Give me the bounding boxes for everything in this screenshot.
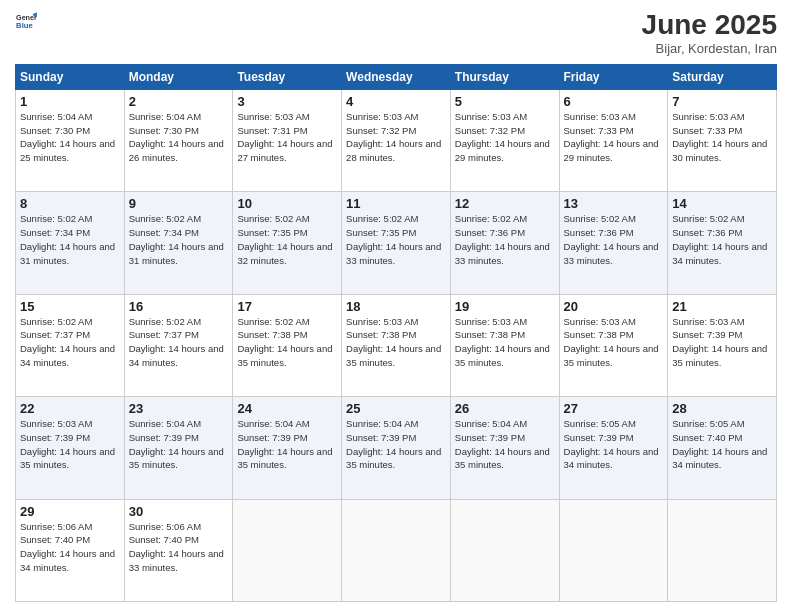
day-detail: Sunrise: 5:03 AM Sunset: 7:38 PM Dayligh… xyxy=(564,315,664,370)
calendar-cell: 7 Sunrise: 5:03 AM Sunset: 7:33 PM Dayli… xyxy=(668,89,777,191)
calendar-cell: 19 Sunrise: 5:03 AM Sunset: 7:38 PM Dayl… xyxy=(450,294,559,396)
calendar-cell: 24 Sunrise: 5:04 AM Sunset: 7:39 PM Dayl… xyxy=(233,397,342,499)
page: General Blue June 2025 Bijar, Kordestan,… xyxy=(0,0,792,612)
day-number: 24 xyxy=(237,401,337,416)
day-detail: Sunrise: 5:03 AM Sunset: 7:31 PM Dayligh… xyxy=(237,110,337,165)
day-number: 1 xyxy=(20,94,120,109)
calendar-row: 1 Sunrise: 5:04 AM Sunset: 7:30 PM Dayli… xyxy=(16,89,777,191)
day-number: 7 xyxy=(672,94,772,109)
calendar-cell: 13 Sunrise: 5:02 AM Sunset: 7:36 PM Dayl… xyxy=(559,192,668,294)
day-number: 9 xyxy=(129,196,229,211)
calendar-cell: 14 Sunrise: 5:02 AM Sunset: 7:36 PM Dayl… xyxy=(668,192,777,294)
subtitle: Bijar, Kordestan, Iran xyxy=(642,41,777,56)
day-detail: Sunrise: 5:03 AM Sunset: 7:33 PM Dayligh… xyxy=(564,110,664,165)
col-sunday: Sunday xyxy=(16,64,125,89)
calendar-cell: 30 Sunrise: 5:06 AM Sunset: 7:40 PM Dayl… xyxy=(124,499,233,601)
day-detail: Sunrise: 5:02 AM Sunset: 7:37 PM Dayligh… xyxy=(20,315,120,370)
main-title: June 2025 xyxy=(642,10,777,41)
calendar-row: 22 Sunrise: 5:03 AM Sunset: 7:39 PM Dayl… xyxy=(16,397,777,499)
day-detail: Sunrise: 5:03 AM Sunset: 7:39 PM Dayligh… xyxy=(20,417,120,472)
calendar-cell xyxy=(233,499,342,601)
day-detail: Sunrise: 5:03 AM Sunset: 7:32 PM Dayligh… xyxy=(455,110,555,165)
calendar-table: Sunday Monday Tuesday Wednesday Thursday… xyxy=(15,64,777,602)
calendar-cell: 17 Sunrise: 5:02 AM Sunset: 7:38 PM Dayl… xyxy=(233,294,342,396)
calendar-cell xyxy=(559,499,668,601)
day-number: 13 xyxy=(564,196,664,211)
col-thursday: Thursday xyxy=(450,64,559,89)
logo-icon: General Blue xyxy=(15,10,37,32)
day-detail: Sunrise: 5:04 AM Sunset: 7:30 PM Dayligh… xyxy=(129,110,229,165)
calendar-cell: 16 Sunrise: 5:02 AM Sunset: 7:37 PM Dayl… xyxy=(124,294,233,396)
calendar-cell: 21 Sunrise: 5:03 AM Sunset: 7:39 PM Dayl… xyxy=(668,294,777,396)
calendar-cell: 27 Sunrise: 5:05 AM Sunset: 7:39 PM Dayl… xyxy=(559,397,668,499)
calendar-cell: 20 Sunrise: 5:03 AM Sunset: 7:38 PM Dayl… xyxy=(559,294,668,396)
calendar-cell: 12 Sunrise: 5:02 AM Sunset: 7:36 PM Dayl… xyxy=(450,192,559,294)
calendar-cell: 29 Sunrise: 5:06 AM Sunset: 7:40 PM Dayl… xyxy=(16,499,125,601)
day-number: 22 xyxy=(20,401,120,416)
day-detail: Sunrise: 5:05 AM Sunset: 7:40 PM Dayligh… xyxy=(672,417,772,472)
day-number: 2 xyxy=(129,94,229,109)
calendar-cell: 18 Sunrise: 5:03 AM Sunset: 7:38 PM Dayl… xyxy=(342,294,451,396)
calendar-cell: 8 Sunrise: 5:02 AM Sunset: 7:34 PM Dayli… xyxy=(16,192,125,294)
day-number: 4 xyxy=(346,94,446,109)
day-number: 3 xyxy=(237,94,337,109)
calendar-cell: 25 Sunrise: 5:04 AM Sunset: 7:39 PM Dayl… xyxy=(342,397,451,499)
day-number: 6 xyxy=(564,94,664,109)
day-number: 14 xyxy=(672,196,772,211)
day-number: 18 xyxy=(346,299,446,314)
day-number: 26 xyxy=(455,401,555,416)
day-detail: Sunrise: 5:03 AM Sunset: 7:32 PM Dayligh… xyxy=(346,110,446,165)
header: General Blue June 2025 Bijar, Kordestan,… xyxy=(15,10,777,56)
day-number: 21 xyxy=(672,299,772,314)
col-tuesday: Tuesday xyxy=(233,64,342,89)
calendar-cell: 15 Sunrise: 5:02 AM Sunset: 7:37 PM Dayl… xyxy=(16,294,125,396)
day-number: 20 xyxy=(564,299,664,314)
day-number: 15 xyxy=(20,299,120,314)
day-number: 23 xyxy=(129,401,229,416)
day-number: 16 xyxy=(129,299,229,314)
day-detail: Sunrise: 5:03 AM Sunset: 7:33 PM Dayligh… xyxy=(672,110,772,165)
calendar-cell: 28 Sunrise: 5:05 AM Sunset: 7:40 PM Dayl… xyxy=(668,397,777,499)
day-detail: Sunrise: 5:04 AM Sunset: 7:39 PM Dayligh… xyxy=(237,417,337,472)
calendar-cell: 4 Sunrise: 5:03 AM Sunset: 7:32 PM Dayli… xyxy=(342,89,451,191)
day-detail: Sunrise: 5:04 AM Sunset: 7:30 PM Dayligh… xyxy=(20,110,120,165)
day-number: 25 xyxy=(346,401,446,416)
calendar-row: 29 Sunrise: 5:06 AM Sunset: 7:40 PM Dayl… xyxy=(16,499,777,601)
day-detail: Sunrise: 5:06 AM Sunset: 7:40 PM Dayligh… xyxy=(20,520,120,575)
day-detail: Sunrise: 5:02 AM Sunset: 7:35 PM Dayligh… xyxy=(237,212,337,267)
day-detail: Sunrise: 5:02 AM Sunset: 7:37 PM Dayligh… xyxy=(129,315,229,370)
col-saturday: Saturday xyxy=(668,64,777,89)
day-number: 17 xyxy=(237,299,337,314)
calendar-cell: 9 Sunrise: 5:02 AM Sunset: 7:34 PM Dayli… xyxy=(124,192,233,294)
day-number: 12 xyxy=(455,196,555,211)
day-number: 5 xyxy=(455,94,555,109)
calendar-cell xyxy=(342,499,451,601)
header-row: Sunday Monday Tuesday Wednesday Thursday… xyxy=(16,64,777,89)
day-detail: Sunrise: 5:03 AM Sunset: 7:39 PM Dayligh… xyxy=(672,315,772,370)
calendar-cell xyxy=(450,499,559,601)
day-number: 27 xyxy=(564,401,664,416)
day-detail: Sunrise: 5:04 AM Sunset: 7:39 PM Dayligh… xyxy=(129,417,229,472)
col-wednesday: Wednesday xyxy=(342,64,451,89)
day-number: 30 xyxy=(129,504,229,519)
day-number: 10 xyxy=(237,196,337,211)
calendar-cell: 6 Sunrise: 5:03 AM Sunset: 7:33 PM Dayli… xyxy=(559,89,668,191)
calendar-cell xyxy=(668,499,777,601)
day-detail: Sunrise: 5:03 AM Sunset: 7:38 PM Dayligh… xyxy=(346,315,446,370)
svg-text:Blue: Blue xyxy=(16,21,33,30)
col-monday: Monday xyxy=(124,64,233,89)
day-detail: Sunrise: 5:02 AM Sunset: 7:36 PM Dayligh… xyxy=(564,212,664,267)
calendar-cell: 11 Sunrise: 5:02 AM Sunset: 7:35 PM Dayl… xyxy=(342,192,451,294)
calendar-cell: 22 Sunrise: 5:03 AM Sunset: 7:39 PM Dayl… xyxy=(16,397,125,499)
col-friday: Friday xyxy=(559,64,668,89)
day-detail: Sunrise: 5:02 AM Sunset: 7:34 PM Dayligh… xyxy=(20,212,120,267)
day-number: 11 xyxy=(346,196,446,211)
calendar-row: 8 Sunrise: 5:02 AM Sunset: 7:34 PM Dayli… xyxy=(16,192,777,294)
title-block: June 2025 Bijar, Kordestan, Iran xyxy=(642,10,777,56)
day-number: 8 xyxy=(20,196,120,211)
day-detail: Sunrise: 5:04 AM Sunset: 7:39 PM Dayligh… xyxy=(346,417,446,472)
calendar-cell: 26 Sunrise: 5:04 AM Sunset: 7:39 PM Dayl… xyxy=(450,397,559,499)
day-number: 19 xyxy=(455,299,555,314)
day-detail: Sunrise: 5:04 AM Sunset: 7:39 PM Dayligh… xyxy=(455,417,555,472)
day-number: 28 xyxy=(672,401,772,416)
